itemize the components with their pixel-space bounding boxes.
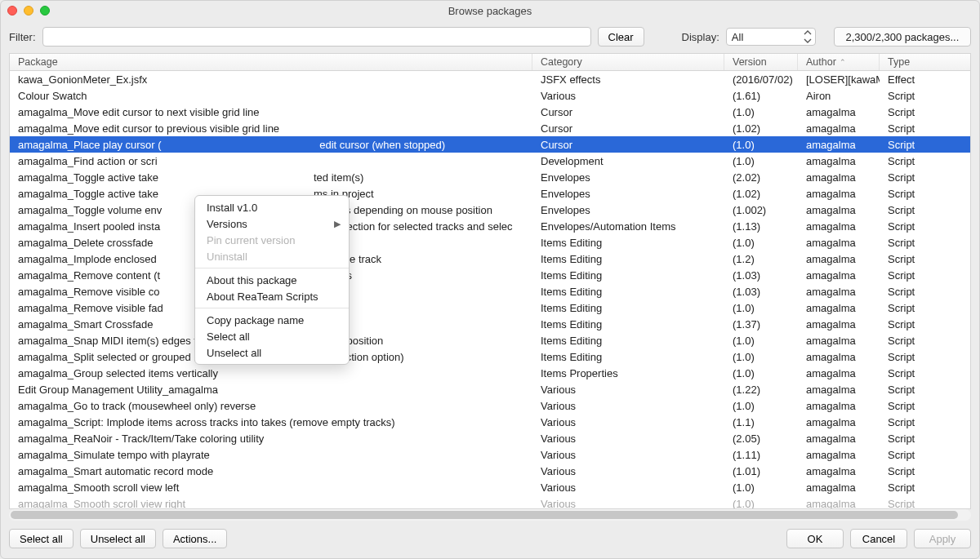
toolbar: Filter: Clear Display: All 2,300/2,300 p… bbox=[1, 20, 979, 53]
menu-item: Pin current version bbox=[195, 232, 349, 248]
table-row[interactable]: amagalma_Script: Implode items across tr… bbox=[10, 414, 970, 430]
menu-separator bbox=[195, 308, 349, 308]
cell-author: amagalma bbox=[798, 302, 880, 314]
table-row[interactable]: amagalma_Implode enclosedthe same trackI… bbox=[10, 251, 970, 267]
close-icon[interactable] bbox=[7, 6, 17, 16]
table-row[interactable]: amagalma_Move edit cursor to previous vi… bbox=[10, 120, 970, 136]
cell-package: amagalma_Group selected items vertically bbox=[10, 367, 532, 379]
actions-button[interactable]: Actions... bbox=[163, 529, 227, 548]
table-row[interactable]: amagalma_Group selected items vertically… bbox=[10, 365, 970, 381]
cell-type: Script bbox=[880, 465, 970, 477]
cell-category: Items Editing bbox=[532, 318, 724, 331]
cell-author: amagalma bbox=[798, 400, 880, 412]
table-row[interactable]: amagalma_Toggle volume envs/items depend… bbox=[10, 202, 970, 218]
apply-button[interactable]: Apply bbox=[914, 529, 971, 548]
clear-button[interactable]: Clear bbox=[598, 27, 644, 47]
cancel-button[interactable]: Cancel bbox=[850, 529, 907, 548]
cell-version: (1.37) bbox=[724, 318, 798, 331]
cell-category: Items Editing bbox=[532, 351, 724, 363]
menu-item: Uninstall bbox=[195, 248, 349, 264]
col-version[interactable]: Version bbox=[724, 54, 798, 70]
table-row[interactable]: kawa_GonionMeter_Ex.jsfxJSFX effects(201… bbox=[10, 71, 970, 87]
cell-version: (1.01) bbox=[724, 465, 798, 477]
table-row[interactable]: amagalma_Toggle active taketed item(s)En… bbox=[10, 169, 970, 185]
cell-package: amagalma_Find action or scri bbox=[10, 155, 532, 167]
cell-author: amagalma bbox=[798, 139, 880, 151]
cell-author: amagalma bbox=[798, 237, 880, 249]
menu-item[interactable]: Versions▶ bbox=[195, 215, 349, 232]
cell-category: Development bbox=[532, 155, 724, 167]
table-row[interactable]: amagalma_Split selected or grouped items… bbox=[10, 348, 970, 365]
col-type[interactable]: Type bbox=[880, 54, 970, 70]
cell-type: Effect bbox=[880, 73, 970, 86]
cell-type: Script bbox=[880, 367, 970, 379]
cell-version: (1.0) bbox=[724, 302, 798, 314]
cell-package: amagalma_Toggle active taketed item(s) bbox=[10, 171, 532, 184]
cell-category: Various bbox=[532, 449, 724, 461]
cell-type: Script bbox=[880, 155, 970, 167]
cell-author: amagalma bbox=[798, 318, 880, 331]
cell-author: amagalma bbox=[798, 155, 880, 167]
col-author[interactable]: Author ⌃ bbox=[798, 54, 880, 70]
cell-category: Various bbox=[532, 433, 724, 445]
table-row[interactable]: amagalma_Remove visible fadItems Editing… bbox=[10, 299, 970, 316]
package-count[interactable]: 2,300/2,300 packages... bbox=[834, 27, 971, 47]
table-row[interactable]: amagalma_Move edit cursor to next visibl… bbox=[10, 104, 970, 120]
display-select[interactable]: All bbox=[726, 28, 816, 46]
cell-package: amagalma_Place play cursor ( edit cursor… bbox=[10, 139, 532, 151]
table-row[interactable]: Colour SwatchVarious(1.61)AironScript bbox=[10, 87, 970, 104]
table-body[interactable]: kawa_GonionMeter_Ex.jsfxJSFX effects(201… bbox=[10, 71, 970, 508]
cell-category: Various bbox=[532, 498, 724, 509]
cell-author: amagalma bbox=[798, 220, 880, 233]
cell-category: Cursor bbox=[532, 106, 724, 118]
cell-package: amagalma_Smooth scroll view left bbox=[10, 481, 532, 494]
cell-version: (1.61) bbox=[724, 90, 798, 102]
cell-category: Cursor bbox=[532, 139, 724, 151]
cell-version: (1.2) bbox=[724, 253, 798, 265]
zoom-icon[interactable] bbox=[40, 6, 50, 16]
menu-item[interactable]: About ReaTeam Scripts bbox=[195, 288, 349, 304]
menu-separator bbox=[195, 268, 349, 268]
table-row[interactable]: amagalma_Find action or scriDevelopment(… bbox=[10, 153, 970, 169]
menu-item[interactable]: Unselect all bbox=[195, 344, 349, 361]
cell-package: amagalma_ReaNoir - Track/Item/Take color… bbox=[10, 433, 532, 445]
cell-type: Script bbox=[880, 318, 970, 331]
horizontal-scrollbar[interactable] bbox=[9, 509, 971, 521]
table-row[interactable]: Edit Group Management Utility_amagalmaVa… bbox=[10, 381, 970, 397]
cell-author: amagalma bbox=[798, 335, 880, 347]
cell-type: Script bbox=[880, 171, 970, 184]
table-row[interactable]: amagalma_Snap MIDI item(s) edges to grid… bbox=[10, 332, 970, 348]
cell-author: amagalma bbox=[798, 449, 880, 461]
cell-package: amagalma_Go to track (mousewheel only) r… bbox=[10, 400, 532, 412]
cell-category: Items Editing bbox=[532, 269, 724, 282]
table-row[interactable]: amagalma_Smart CrossfadeItems Editing(1.… bbox=[10, 316, 970, 332]
scrollbar-thumb[interactable] bbox=[11, 511, 958, 519]
unselect-all-button[interactable]: Unselect all bbox=[80, 529, 156, 548]
table-row[interactable]: amagalma_Smart automatic record modeVari… bbox=[10, 463, 970, 479]
table-row[interactable]: amagalma_Remove visible coItems Editing(… bbox=[10, 283, 970, 299]
table-row[interactable]: amagalma_Smooth scroll view leftVarious(… bbox=[10, 479, 970, 495]
table-row[interactable]: amagalma_Smooth scroll view rightVarious… bbox=[10, 495, 970, 508]
minimize-icon[interactable] bbox=[24, 6, 33, 16]
sort-asc-icon: ⌃ bbox=[840, 58, 846, 66]
cell-version: (1.0) bbox=[724, 367, 798, 379]
table-row[interactable]: amagalma_Simulate tempo with playrateVar… bbox=[10, 446, 970, 463]
table-row[interactable]: amagalma_Remove content (tssfadesItems E… bbox=[10, 267, 970, 283]
table-row[interactable]: amagalma_ReaNoir - Track/Item/Take color… bbox=[10, 430, 970, 446]
menu-item[interactable]: Copy package name bbox=[195, 312, 349, 328]
cell-type: Script bbox=[880, 122, 970, 135]
menu-item[interactable]: About this package bbox=[195, 272, 349, 288]
table-row[interactable]: amagalma_Insert pooled instame selection… bbox=[10, 218, 970, 234]
menu-item[interactable]: Select all bbox=[195, 328, 349, 344]
filter-input[interactable] bbox=[42, 27, 591, 47]
table-row[interactable]: amagalma_Delete crossfadeItems Editing(1… bbox=[10, 234, 970, 251]
table-row[interactable]: amagalma_Place play cursor ( edit cursor… bbox=[10, 136, 970, 153]
col-category[interactable]: Category bbox=[532, 54, 724, 70]
table-row[interactable]: amagalma_Toggle active takems in project… bbox=[10, 185, 970, 202]
select-all-button[interactable]: Select all bbox=[9, 529, 74, 548]
col-package[interactable]: Package bbox=[10, 54, 532, 70]
menu-item[interactable]: Install v1.0 bbox=[195, 199, 349, 215]
ok-button[interactable]: OK bbox=[786, 529, 844, 548]
table-row[interactable]: amagalma_Go to track (mousewheel only) r… bbox=[10, 397, 970, 414]
cell-category: Envelopes/Automation Items bbox=[532, 220, 724, 233]
